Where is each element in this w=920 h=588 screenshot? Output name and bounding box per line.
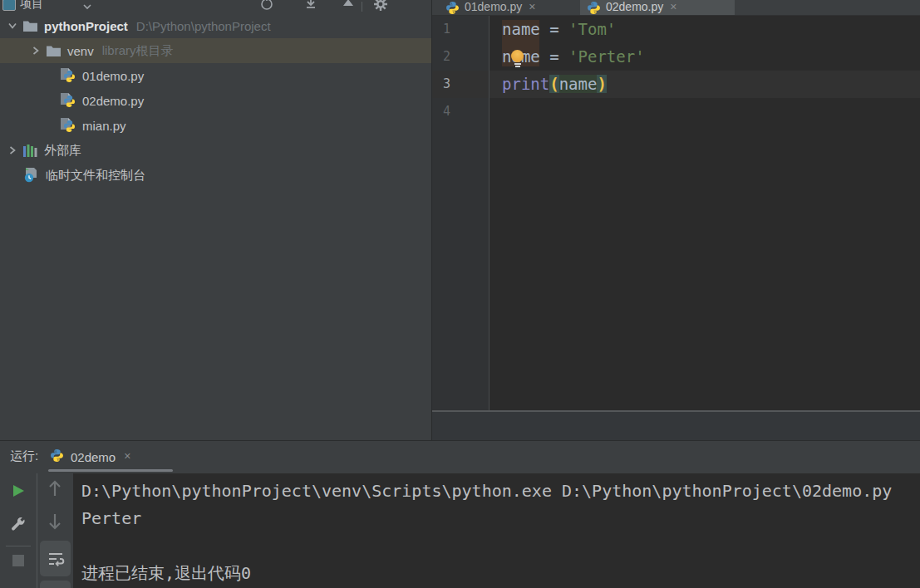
tree-item-venv[interactable]: venvlibrary根目录 (0, 38, 431, 63)
run-console[interactable]: D:\Python\pythonProject\venv\Scripts\pyt… (73, 473, 920, 588)
tree-item-name: mian.py (82, 119, 126, 133)
editor-tab-02demo.py[interactable]: 02demo.py× (580, 0, 735, 15)
code-line-1: name = 'Tom' (490, 16, 920, 43)
project-tree: pythonProjectD:\Python\pythonProjectvenv… (0, 13, 431, 188)
locate-icon[interactable] (259, 0, 274, 13)
console-line: Perter (73, 505, 920, 532)
run-tab-underline (48, 469, 173, 472)
library-icon (23, 144, 37, 157)
tree-item-name: 02demo.py (82, 94, 144, 108)
python-logo-icon (50, 448, 64, 463)
run-panel-body: D:\Python\pythonProject\venv\Scripts\pyt… (0, 473, 920, 588)
collapse-all-icon[interactable] (341, 0, 356, 13)
rerun-button[interactable] (9, 482, 27, 500)
tree-item-01demo.py[interactable]: 01demo.py (0, 63, 431, 88)
panel-editor-divider[interactable] (431, 0, 432, 441)
code-line-3: print(name) (490, 71, 920, 98)
chevron-down-icon[interactable] (83, 0, 91, 13)
editor-gutter: 1234 (432, 16, 490, 411)
tree-item-suffix: D:\Python\pythonProject (136, 19, 271, 33)
tree-item-pythonProject[interactable]: pythonProjectD:\Python\pythonProject (0, 13, 431, 38)
code-area[interactable]: name = 'Tom'name = 'Perter'print(name) (490, 16, 920, 411)
line-number: 4 (432, 98, 489, 125)
folder-icon (23, 20, 37, 32)
code-token: = (540, 20, 568, 38)
editor-body[interactable]: 1234 name = 'Tom'name = 'Perter'print(na… (432, 16, 920, 411)
run-toolbar-left (0, 473, 37, 588)
python-file-icon (60, 93, 76, 108)
line-number: 1 (432, 16, 489, 43)
chevron-down-icon (7, 22, 17, 30)
close-icon[interactable]: × (124, 449, 130, 463)
python-file-icon (60, 68, 76, 83)
prev-occurrence-up-icon[interactable] (45, 478, 65, 498)
tree-item-name: 01demo.py (82, 69, 144, 83)
run-panel: 运行: 02demo × (0, 441, 920, 588)
chevron-right-icon (32, 46, 40, 56)
close-icon[interactable]: × (670, 0, 676, 13)
next-occurrence-down-icon[interactable] (45, 512, 65, 532)
intention-bulb-icon[interactable] (511, 50, 524, 66)
stop-button[interactable] (11, 553, 26, 568)
project-panel-header: 项目 (0, 0, 431, 13)
soft-wrap-toggle[interactable] (40, 541, 71, 576)
code-token: = (540, 47, 568, 66)
python-file-icon (60, 68, 76, 83)
chevron-down-icon[interactable] (7, 20, 18, 32)
code-token: 'Perter' (568, 47, 645, 66)
run-tab-label: 02demo (71, 450, 116, 464)
chevron-right-icon[interactable] (30, 45, 42, 56)
tree-item-name: 临时文件和控制台 (46, 168, 145, 184)
python-file-icon (60, 118, 76, 133)
settings-gear-icon[interactable] (372, 0, 389, 13)
tab-label: 01demo.py (465, 0, 522, 13)
code-token: name (502, 20, 540, 38)
code-line-4 (490, 98, 920, 125)
close-icon[interactable]: × (529, 0, 535, 13)
editor-tab-bar: 01demo.py×02demo.py× (432, 0, 920, 16)
project-panel: 项目 pythonProjectD:\Python\pythonProjectv… (0, 0, 431, 441)
code-token: print (502, 75, 549, 93)
line-number: 3 (432, 71, 489, 98)
tree-item-suffix: library根目录 (102, 43, 174, 59)
tab-label: 02demo.py (606, 0, 663, 13)
tree-item-mian.py[interactable]: mian.py (0, 113, 431, 138)
python-logo-icon (445, 1, 460, 15)
python-logo-icon (587, 1, 601, 15)
tree-item-name: pythonProject (44, 19, 128, 33)
run-panel-header: 运行: 02demo × (0, 441, 920, 473)
run-settings-wrench-icon[interactable] (9, 515, 27, 533)
chevron-spacer (7, 169, 18, 181)
python-file-icon (60, 93, 76, 108)
tree-item-外部库[interactable]: 外部库 (0, 138, 431, 163)
editor-bottom-strip (432, 412, 920, 440)
header-separator (362, 2, 362, 12)
scratches-icon (23, 168, 39, 183)
pycharm-window: 项目 pythonProjectD:\Python\pythonProjectv… (0, 0, 920, 588)
tree-item-02demo.py[interactable]: 02demo.py (0, 88, 431, 113)
tree-item-临时文件和控制台[interactable]: 临时文件和控制台 (0, 163, 431, 188)
run-toolbar-inner (37, 473, 74, 588)
code-line-2: name = 'Perter' (490, 43, 920, 71)
project-panel-title[interactable]: 项目 (20, 0, 43, 12)
editor-tab-01demo.py[interactable]: 01demo.py× (439, 0, 587, 15)
console-line: D:\Python\pythonProject\venv\Scripts\pyt… (73, 478, 920, 505)
library-icon (23, 144, 37, 157)
folder-icon (47, 45, 61, 56)
run-panel-label: 运行: (10, 448, 38, 464)
toolbar-separator (6, 546, 31, 546)
run-tab-02demo[interactable]: 02demo × (50, 444, 130, 469)
tree-item-name: venv (67, 44, 94, 58)
code-token: ) (597, 75, 606, 93)
scratches-icon (23, 168, 39, 183)
folder-icon (47, 45, 61, 56)
code-token: ( (549, 75, 558, 93)
project-tool-window-icon[interactable] (2, 0, 16, 11)
python-logo-icon (50, 448, 64, 466)
console-line (73, 532, 920, 560)
chevron-right-icon[interactable] (7, 145, 18, 156)
scroll-to-end-toggle[interactable] (40, 581, 71, 588)
expand-all-icon[interactable] (303, 0, 318, 13)
folder-icon (23, 20, 37, 32)
line-number: 2 (432, 43, 489, 71)
